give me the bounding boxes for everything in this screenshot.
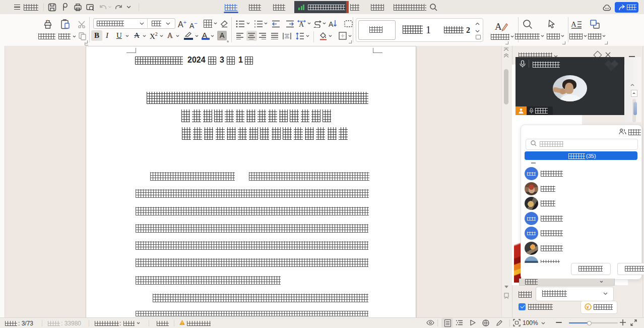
svg-text:A: A (299, 21, 304, 28)
svg-text:A: A (329, 20, 334, 28)
svg-text:A: A (571, 20, 576, 28)
svg-text:¥: ¥ (587, 304, 590, 310)
